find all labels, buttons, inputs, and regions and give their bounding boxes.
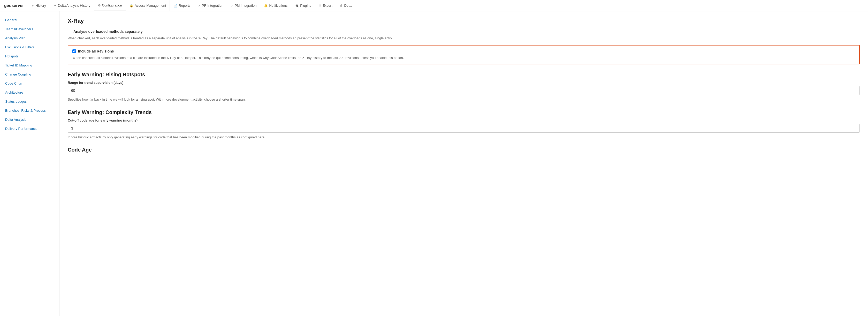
nav-configuration[interactable]: ⚙ Configuration xyxy=(94,0,126,11)
include-revisions-text: Include all Revisions xyxy=(78,49,114,53)
plugins-icon: 🔌 xyxy=(295,4,299,7)
cutoff-description: Ignore historic artifacts by only genera… xyxy=(68,135,860,140)
page-title: X-Ray xyxy=(68,18,860,24)
analyse-description: When checked, each overloaded method is … xyxy=(68,36,860,41)
sidebar-item-analysis-plan[interactable]: Analysis Plan xyxy=(0,34,59,43)
nav-plugins[interactable]: 🔌 Plugins xyxy=(291,0,315,11)
analyse-checkbox-label[interactable]: Analyse overloaded methods separately xyxy=(68,29,860,34)
sidebar-item-delta-analysis[interactable]: Delta Analysis xyxy=(0,115,59,124)
lock-icon: 🔒 xyxy=(129,4,133,7)
nav-plugins-label: Plugins xyxy=(300,4,311,7)
analyse-checkbox-text: Analyse overloaded methods separately xyxy=(73,29,143,34)
nav-access-management[interactable]: 🔒 Access Management xyxy=(126,0,170,11)
nav-notifications[interactable]: 🔔 Notifications xyxy=(260,0,291,11)
export-icon: ⬇ xyxy=(319,4,321,7)
analyse-checkbox[interactable] xyxy=(68,30,71,33)
app-logo: geoserver xyxy=(0,0,28,11)
sidebar-item-delivery-performance[interactable]: Delivery Performance xyxy=(0,124,59,133)
sidebar-item-code-churn[interactable]: Code Churn xyxy=(0,79,59,88)
nav-delta-analysis-history[interactable]: ▼ Delta Analysis History xyxy=(50,0,94,11)
nav-export-label: Export xyxy=(322,4,333,7)
include-revisions-description: When checked, all historic revisions of … xyxy=(72,55,855,60)
reports-icon: 📄 xyxy=(174,4,177,7)
nav-reports[interactable]: 📄 Reports xyxy=(170,0,194,11)
early-warning-complexity-heading: Early Warning: Complexity Trends xyxy=(68,109,860,115)
nav-delta-label: Delta Analysis History xyxy=(58,4,90,7)
range-field-label: Range for trend supervision (days) xyxy=(68,81,860,85)
sidebar-item-exclusions[interactable]: Exclusions & Filters xyxy=(0,43,59,52)
nav-history-label: History xyxy=(36,4,46,7)
sidebar-item-change-coupling[interactable]: Change Coupling xyxy=(0,70,59,79)
sidebar: General Teams/Developers Analysis Plan E… xyxy=(0,11,59,316)
config-icon: ⚙ xyxy=(98,4,101,7)
cutoff-input[interactable] xyxy=(68,124,860,133)
early-warning-hotspots-heading: Early Warning: Rising Hotspots xyxy=(68,71,860,78)
include-revisions-checkbox[interactable] xyxy=(72,49,76,53)
pr-check-icon: ✓ xyxy=(198,4,200,7)
include-revisions-box: Include all Revisions When checked, all … xyxy=(68,45,860,65)
nav-access-label: Access Management xyxy=(135,4,166,7)
pm-check-icon: ✓ xyxy=(231,4,234,7)
sidebar-item-teams[interactable]: Teams/Developers xyxy=(0,25,59,34)
main-content: X-Ray Analyse overloaded methods separat… xyxy=(59,11,868,316)
nav-history[interactable]: ↩ History xyxy=(28,0,50,11)
delete-icon: 🗑 xyxy=(340,4,343,7)
sidebar-item-general[interactable]: General xyxy=(0,16,59,25)
nav-pm-label: PM Integration xyxy=(235,4,257,7)
sidebar-item-branches[interactable]: Branches, Risks & Process xyxy=(0,106,59,115)
sidebar-item-architecture[interactable]: Architecture xyxy=(0,88,59,97)
nav-notifications-label: Notifications xyxy=(269,4,287,7)
top-navigation: geoserver ↩ History ▼ Delta Analysis His… xyxy=(0,0,868,11)
nav-delete-label: Del... xyxy=(344,4,352,7)
page-layout: General Teams/Developers Analysis Plan E… xyxy=(0,11,868,316)
range-input[interactable] xyxy=(68,86,860,95)
range-description: Specifies how far back in time we will l… xyxy=(68,97,860,102)
sidebar-item-hotspots[interactable]: Hotspots xyxy=(0,52,59,61)
sidebar-item-status-badges[interactable]: Status badges xyxy=(0,97,59,106)
bell-icon: 🔔 xyxy=(264,4,268,7)
nav-delete[interactable]: 🗑 Del... xyxy=(336,0,356,11)
nav-pr-integration[interactable]: ✓ PR Integration xyxy=(194,0,227,11)
nav-config-label: Configuration xyxy=(102,3,122,7)
history-icon: ↩ xyxy=(32,4,34,7)
sidebar-item-ticket-id[interactable]: Ticket ID Mapping xyxy=(0,61,59,70)
code-age-heading: Code Age xyxy=(68,147,860,153)
delta-icon: ▼ xyxy=(54,4,57,7)
nav-pr-label: PR Integration xyxy=(202,4,223,7)
cutoff-field-label: Cut-off code age for early warning (mont… xyxy=(68,118,860,122)
include-revisions-label[interactable]: Include all Revisions xyxy=(72,49,855,53)
nav-pm-integration[interactable]: ✓ PM Integration xyxy=(227,0,260,11)
nav-export[interactable]: ⬇ Export xyxy=(315,0,336,11)
nav-reports-label: Reports xyxy=(179,4,190,7)
